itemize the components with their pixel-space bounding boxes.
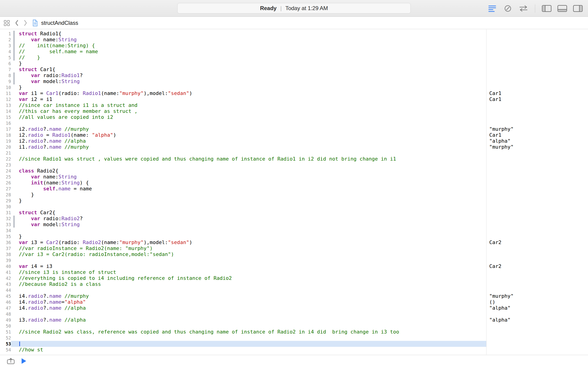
code-text[interactable]: i4.radio?.name="alpha" [19,299,486,305]
code-line[interactable]: 1struct Radio1{ [0,31,588,37]
code-line[interactable]: 25 var name:String [0,174,588,180]
code-line[interactable]: 22//since Radio1 was struct , values wer… [0,156,588,162]
code-text[interactable]: struct Car2{ [19,210,486,216]
code-text[interactable]: var i4 = i3 [19,263,486,269]
code-text[interactable]: struct Radio1{ [19,31,486,37]
code-text[interactable]: class Radio2{ [19,168,486,174]
code-line[interactable]: 15//all values are copied into i2 [0,114,588,120]
code-line[interactable]: 14//this car has every member as struct … [0,108,588,114]
code-line[interactable]: 8 var radio:Radio1? [0,73,588,78]
code-text[interactable]: } [19,84,486,90]
line-number[interactable]: 15 [0,114,11,120]
line-number[interactable]: 50 [0,323,11,329]
code-line[interactable]: 24class Radio2{ [0,168,588,174]
code-line[interactable]: 41//since i3 is instance of struct [0,269,588,275]
code-text[interactable]: var name:String [19,174,486,180]
editor-options-icon[interactable] [487,3,497,14]
toggle-bottom-panel-icon[interactable] [557,3,567,14]
code-line[interactable]: 4// self.name = name [0,49,588,55]
line-number[interactable]: 27 [0,186,11,192]
line-number[interactable]: 5 [0,55,11,60]
code-text[interactable] [19,120,486,126]
code-text[interactable] [19,227,486,234]
line-number[interactable]: 26 [0,180,11,186]
line-number[interactable]: 1 [0,31,11,37]
line-number[interactable]: 32 [0,216,11,222]
line-number[interactable]: 16 [0,120,11,126]
code-line[interactable]: 32 var radio:Radio2? [0,216,588,222]
code-line[interactable]: 11var i1 = Car1(radio: Radio1(name:"murp… [0,90,588,96]
code-text[interactable]: i4.radio?.name //murphy [19,293,486,299]
code-text[interactable] [19,311,486,317]
code-text[interactable]: var i3 = Car2(radio: Radio2(name:"murphy… [19,240,486,245]
code-line[interactable]: 3// init(name:String) { [0,43,588,49]
toggle-right-panel-icon[interactable] [573,3,583,14]
code-text[interactable]: init(name:String) { [19,180,486,186]
code-line[interactable]: 29} [0,198,588,204]
line-number[interactable]: 13 [0,102,11,108]
line-number[interactable]: 41 [0,269,11,275]
code-line[interactable]: 48 [0,311,588,317]
code-line[interactable]: 53 [0,341,588,347]
code-text[interactable] [19,204,486,210]
code-line[interactable]: 52 [0,335,588,341]
line-number[interactable]: 24 [0,168,11,174]
code-text[interactable]: //all values are copied into i2 [19,114,486,120]
code-line[interactable]: 9 var model:String [0,78,588,84]
code-line[interactable]: 47i4.radio?.name //alpha"alpha" [0,305,588,311]
code-line[interactable]: 35} [0,234,588,240]
code-text[interactable] [19,150,486,156]
code-line[interactable]: 23 [0,162,588,168]
line-number[interactable]: 29 [0,198,11,204]
line-number[interactable]: 54 [0,347,11,353]
code-line[interactable]: 12var i2 = i1Car1 [0,96,588,102]
code-line[interactable]: 13//since car instance i1 is a struct an… [0,102,588,108]
line-number[interactable]: 14 [0,108,11,114]
code-line[interactable]: 16 [0,120,588,126]
code-text[interactable]: } [19,198,486,204]
line-number[interactable]: 3 [0,43,11,49]
line-number[interactable]: 31 [0,210,11,216]
breadcrumb-file-name[interactable]: structAndClass [41,20,78,26]
code-line[interactable]: 10} [0,84,588,90]
line-number[interactable]: 40 [0,263,11,269]
code-text[interactable]: var name:String [19,37,486,43]
code-line[interactable]: 19i2.radio?.name //alpha"alpha" [0,138,588,144]
run-play-button[interactable] [21,358,27,364]
line-number[interactable]: 19 [0,138,11,144]
code-text[interactable]: self.name = name [19,186,486,192]
swap-arrows-icon[interactable] [519,3,528,14]
code-text[interactable] [19,323,486,329]
line-number[interactable]: 8 [0,73,11,78]
code-text[interactable]: var i1 = Car1(radio: Radio1(name:"murphy… [19,90,486,96]
code-text[interactable]: //since i3 is instance of struct [19,269,486,275]
code-line[interactable]: 39 [0,257,588,263]
line-number[interactable]: 2 [0,37,11,43]
code-line[interactable]: 46i4.radio?.name="alpha"() [0,299,588,305]
code-line[interactable]: 50 [0,323,588,329]
code-text[interactable]: // } [19,55,486,60]
code-text[interactable]: //this car has every member as struct , [19,108,486,114]
code-text[interactable]: //since Radio2 was class, reference was … [19,329,486,335]
line-number[interactable]: 20 [0,144,11,150]
code-line[interactable]: 51//since Radio2 was class, reference wa… [0,329,588,335]
line-number[interactable]: 42 [0,275,11,281]
code-line[interactable]: 5// } [0,55,588,60]
line-number[interactable]: 30 [0,204,11,210]
line-number[interactable]: 48 [0,311,11,317]
code-line[interactable]: 18i2.radio = Radio1(name: "alpha")Car1 [0,132,588,138]
line-number[interactable]: 43 [0,281,11,287]
line-number[interactable]: 21 [0,150,11,156]
code-text[interactable]: //var i3 = Car2(radio: radioInstance,mod… [19,251,486,257]
code-text[interactable]: var model:String [19,222,486,227]
code-text[interactable]: var radio:Radio2? [19,216,486,222]
code-line[interactable]: 49i3.radio?.name //alpha"alpha" [0,317,588,323]
code-line[interactable]: 26 init(name:String) { [0,180,588,186]
code-line[interactable]: 21 [0,150,588,156]
code-text[interactable] [19,162,486,168]
code-line[interactable]: 36var i3 = Car2(radio: Radio2(name:"murp… [0,240,588,245]
code-text[interactable]: // init(name:String) { [19,43,486,49]
code-line[interactable]: 34 [0,227,588,234]
code-line[interactable]: 37//var radioInstance = Radio2(name: "mu… [0,245,588,251]
code-text[interactable]: //everything is copied to i4 including r… [19,275,486,281]
